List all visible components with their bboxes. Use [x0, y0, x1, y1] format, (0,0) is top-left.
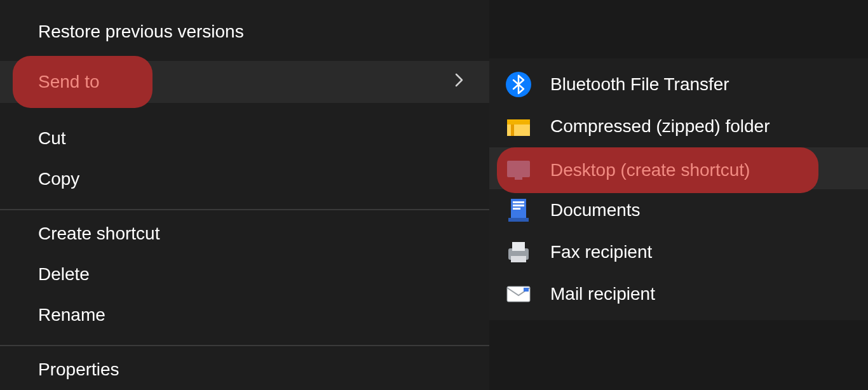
svg-rect-12 [524, 288, 529, 292]
menu-item-label: Cut [38, 128, 66, 149]
submenu-item-label: Bluetooth File Transfer [550, 74, 729, 95]
menu-separator [0, 345, 489, 346]
menu-item-restore-previous-versions[interactable]: Restore previous versions [0, 14, 489, 50]
svg-rect-5 [513, 205, 524, 206]
submenu-item-label: Fax recipient [550, 242, 652, 262]
menu-item-cut[interactable]: Cut [0, 121, 489, 156]
documents-icon [506, 198, 531, 223]
highlight-send-to[interactable]: Send to [13, 56, 153, 108]
svg-rect-4 [513, 201, 524, 203]
submenu-item-bluetooth[interactable]: Bluetooth File Transfer [489, 64, 868, 105]
menu-item-rename[interactable]: Rename [0, 297, 489, 333]
menu-item-label: Send to [38, 72, 100, 92]
zip-folder-icon [506, 114, 531, 139]
menu-item-properties[interactable]: Properties [0, 352, 489, 387]
submenu-item-mail-recipient[interactable]: Mail recipient [489, 273, 868, 315]
menu-separator [0, 209, 489, 210]
menu-item-label: Properties [38, 360, 119, 380]
svg-rect-13 [507, 161, 530, 177]
highlight-desktop-shortcut[interactable]: Desktop (create shortcut) [497, 147, 818, 193]
chevron-right-icon [455, 73, 464, 91]
menu-item-create-shortcut[interactable]: Create shortcut [0, 216, 489, 252]
submenu-item-label: Documents [550, 200, 641, 220]
fax-icon [506, 239, 531, 265]
submenu-item-fax-recipient[interactable]: Fax recipient [489, 231, 868, 273]
svg-rect-10 [511, 256, 526, 262]
submenu-item-label: Compressed (zipped) folder [550, 116, 770, 137]
submenu-item-label: Mail recipient [550, 284, 655, 304]
submenu-item-documents[interactable]: Documents [489, 189, 868, 231]
menu-item-label: Copy [38, 169, 79, 189]
svg-rect-14 [515, 177, 522, 180]
svg-rect-2 [511, 124, 514, 136]
svg-rect-9 [512, 242, 525, 251]
menu-item-label: Rename [38, 305, 105, 325]
submenu-item-label: Desktop (create shortcut) [550, 160, 750, 180]
menu-item-copy[interactable]: Copy [0, 161, 489, 197]
submenu-item-compressed-folder[interactable]: Compressed (zipped) folder [489, 105, 868, 147]
context-menu: Restore previous versions Send to Cut Co… [0, 0, 489, 390]
bluetooth-icon [506, 72, 531, 97]
menu-item-delete[interactable]: Delete [0, 257, 489, 292]
svg-rect-1 [507, 119, 530, 124]
menu-item-label: Create shortcut [38, 224, 159, 244]
svg-rect-6 [513, 208, 520, 210]
svg-rect-7 [508, 218, 529, 222]
menu-item-label: Delete [38, 264, 90, 285]
desktop-icon [506, 158, 531, 183]
menu-item-label: Restore previous versions [38, 22, 244, 42]
mail-icon [506, 281, 531, 307]
